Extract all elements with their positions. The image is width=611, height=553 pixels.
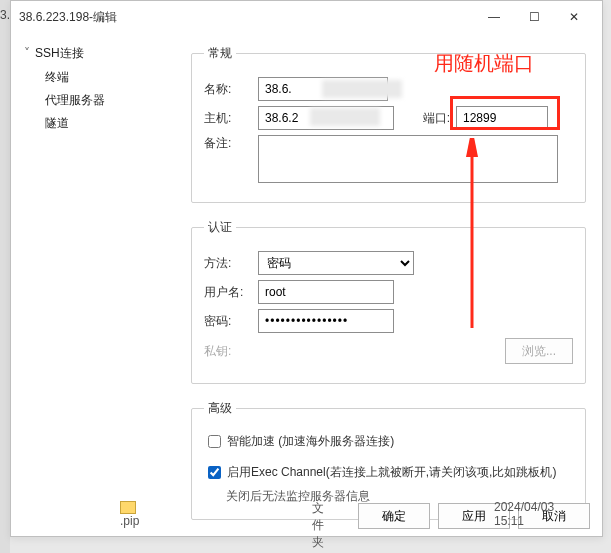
redaction-overlay [322, 80, 402, 98]
user-input[interactable] [258, 280, 394, 304]
exec-channel-label: 启用Exec Channel(若连接上就被断开,请关闭该项,比如跳板机) [227, 464, 556, 481]
tree-item-terminal[interactable]: 终端 [17, 66, 175, 89]
content-pane: 常规 名称: 主机: 端口: 备注: 认证 [181, 33, 602, 496]
collapse-icon[interactable]: ˅ [21, 46, 33, 60]
user-label: 用户名: [204, 284, 258, 301]
host-label: 主机: [204, 110, 258, 127]
background-row: .pip 文件夹 2024/04/03 15:11 drw [120, 500, 611, 551]
general-group: 常规 名称: 主机: 端口: 备注: [191, 45, 586, 203]
folder-icon [120, 501, 136, 514]
smart-accel-label: 智能加速 (加速海外服务器连接) [227, 433, 394, 450]
tree-item-proxy[interactable]: 代理服务器 [17, 89, 175, 112]
method-label: 方法: [204, 255, 258, 272]
bg-left: 3. [0, 8, 10, 22]
pass-label: 密码: [204, 313, 258, 330]
redaction-overlay [310, 108, 380, 126]
tree-item-tunnel[interactable]: 隧道 [17, 112, 175, 135]
auth-legend: 认证 [204, 219, 236, 236]
titlebar: 38.6.223.198-编辑 — ☐ ✕ [11, 1, 602, 33]
window-title: 38.6.223.198-编辑 [19, 9, 474, 26]
smart-accel-checkbox[interactable] [208, 435, 221, 448]
key-label: 私钥: [204, 343, 258, 360]
advanced-legend: 高级 [204, 400, 236, 417]
edit-dialog: 38.6.223.198-编辑 — ☐ ✕ ˅SSH连接 终端 代理服务器 隧道… [10, 0, 603, 537]
browse-key-button: 浏览... [505, 338, 573, 364]
close-button[interactable]: ✕ [554, 2, 594, 32]
port-input[interactable] [456, 106, 548, 130]
maximize-button[interactable]: ☐ [514, 2, 554, 32]
sidebar: ˅SSH连接 终端 代理服务器 隧道 [11, 33, 181, 496]
pass-input[interactable] [258, 309, 394, 333]
method-select[interactable]: 密码 [258, 251, 414, 275]
remark-input[interactable] [258, 135, 558, 183]
port-label: 端口: [410, 110, 450, 127]
name-label: 名称: [204, 81, 258, 98]
general-legend: 常规 [204, 45, 236, 62]
exec-channel-checkbox[interactable] [208, 466, 221, 479]
remark-label: 备注: [204, 135, 258, 152]
auth-group: 认证 方法: 密码 用户名: 密码: 私钥: [191, 219, 586, 384]
tree-root-ssh[interactable]: ˅SSH连接 [17, 41, 175, 66]
minimize-button[interactable]: — [474, 2, 514, 32]
